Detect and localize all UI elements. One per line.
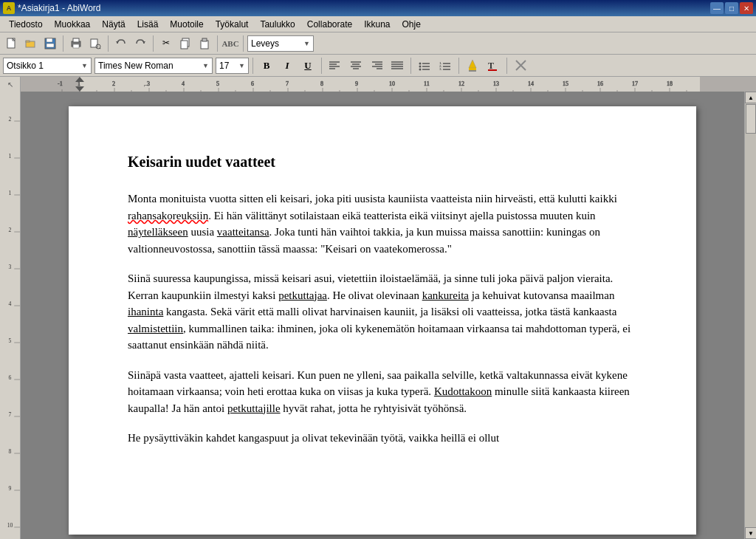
svg-text:14: 14 xyxy=(528,80,534,87)
svg-text:16: 16 xyxy=(597,80,603,87)
menu-muotoile[interactable]: Muotoile xyxy=(164,16,209,32)
document-page: Keisarin uudet vaatteet Monta monituista… xyxy=(69,106,696,535)
document-title: Keisarin uudet vaatteet xyxy=(128,151,637,173)
toolbar2: Otsikko 1 ▼ Times New Roman ▼ 17 ▼ B I U… xyxy=(0,55,756,77)
align-center-button[interactable] xyxy=(346,57,365,75)
menu-ikkuna[interactable]: Ikkuna xyxy=(358,16,396,32)
svg-text:8: 8 xyxy=(9,448,12,455)
size-selector[interactable]: 17 ▼ xyxy=(216,58,249,74)
open-button[interactable] xyxy=(22,35,40,52)
new-button[interactable] xyxy=(3,35,21,52)
cut-button[interactable]: ✂ xyxy=(157,35,175,52)
svg-text:9: 9 xyxy=(9,485,12,492)
paste-button[interactable] xyxy=(196,35,213,52)
svg-marker-13 xyxy=(142,41,145,44)
zoom-arrow: ▼ xyxy=(303,40,310,47)
svg-text:3: 3 xyxy=(9,264,12,270)
style-selector[interactable]: Otsikko 1 ▼ xyxy=(3,58,92,74)
menu-nayta[interactable]: Näytä xyxy=(96,16,131,32)
svg-rect-55 xyxy=(700,77,756,92)
scroll-thumb[interactable] xyxy=(746,104,756,134)
svg-text:1: 1 xyxy=(9,153,12,159)
scroll-up-arrow[interactable]: ▲ xyxy=(745,92,756,103)
menu-muokkaa[interactable]: Muokkaa xyxy=(49,16,97,32)
svg-text:5: 5 xyxy=(216,80,219,87)
clear-format-button[interactable] xyxy=(511,57,530,75)
save-button[interactable] xyxy=(41,35,59,52)
svg-rect-4 xyxy=(47,38,52,42)
bold-button[interactable]: B xyxy=(257,57,276,75)
underline-button[interactable]: U xyxy=(298,57,317,75)
svg-marker-12 xyxy=(116,41,119,44)
undo-button[interactable] xyxy=(112,35,130,52)
title-bar: A *Asiakirja1 - AbiWord — □ ✕ xyxy=(0,0,756,16)
menu-collaborate[interactable]: Collaborate xyxy=(301,16,358,32)
svg-text:18: 18 xyxy=(667,80,673,87)
svg-text:-1: -1 xyxy=(58,80,63,87)
align-left-button[interactable] xyxy=(326,57,345,75)
vertical-ruler: 2 1 1 2 3 4 5 6 7 8 9 10 xyxy=(0,92,21,539)
minimize-button[interactable]: — xyxy=(710,2,724,14)
paragraph-4: He pysäyttiväkin kahdet kangaspuut ja ol… xyxy=(128,430,637,447)
menu-taulukko[interactable]: Taulukko xyxy=(254,16,300,32)
toolbar1: ✂ ABC Leveys ▼ xyxy=(0,32,756,55)
svg-rect-54 xyxy=(21,77,80,92)
main-area: 2 1 1 2 3 4 5 6 7 8 9 10 xyxy=(0,92,756,539)
close-button[interactable]: ✕ xyxy=(740,2,753,14)
scroll-track[interactable] xyxy=(745,103,756,527)
print-preview-button[interactable] xyxy=(86,35,104,52)
font-label: Times New Roman xyxy=(98,61,173,71)
highlight-button[interactable] xyxy=(463,57,482,75)
separator xyxy=(63,35,63,52)
zoom-selector[interactable]: Leveys ▼ xyxy=(247,35,314,52)
font-arrow: ▼ xyxy=(202,62,209,69)
spellcheck-button[interactable]: ABC xyxy=(221,35,239,52)
document-scroll-area[interactable]: Keisarin uudet vaatteet Monta monituista… xyxy=(21,92,744,539)
menu-bar: Tiedosto Muokkaa Näytä Lisää Muotoile Ty… xyxy=(0,16,756,32)
align-right-button[interactable] xyxy=(367,57,386,75)
svg-rect-7 xyxy=(73,38,79,42)
menu-tiedosto[interactable]: Tiedosto xyxy=(3,16,49,32)
copy-button[interactable] xyxy=(176,35,194,52)
svg-text:17: 17 xyxy=(632,80,638,87)
ruler-container: ↖ 1 2 3 4 5 6 7 8 9 10 11 xyxy=(0,77,756,92)
italic-button[interactable]: I xyxy=(278,57,297,75)
paragraph-2: Siinä suuressa kaupungissa, missä keisar… xyxy=(128,270,637,354)
size-label: 17 xyxy=(219,61,229,71)
style-label: Otsikko 1 xyxy=(7,61,44,71)
paragraph-1: Monta monituista vuotta sitten eli keisa… xyxy=(128,190,637,257)
ruler-corner: ↖ xyxy=(0,77,21,92)
ordered-list-button[interactable]: 1.2.3. xyxy=(436,57,455,75)
svg-text:6: 6 xyxy=(251,80,254,87)
window-title: *Asiakirja1 - AbiWord xyxy=(18,3,101,13)
font-selector[interactable]: Times New Roman ▼ xyxy=(94,58,213,74)
sep-fmt3 xyxy=(410,58,411,74)
maximize-button[interactable]: □ xyxy=(725,2,738,14)
unordered-list-button[interactable] xyxy=(415,57,434,75)
separator2 xyxy=(108,35,109,52)
svg-text:10: 10 xyxy=(7,522,13,529)
svg-line-11 xyxy=(100,48,100,49)
svg-text:2: 2 xyxy=(112,80,115,87)
svg-rect-15 xyxy=(181,41,188,49)
svg-text:2: 2 xyxy=(9,227,12,233)
window-controls: — □ ✕ xyxy=(710,2,753,14)
svg-text:5: 5 xyxy=(9,337,12,344)
font-color-button[interactable]: T xyxy=(484,57,503,75)
svg-text:7: 7 xyxy=(286,80,289,87)
svg-text:7: 7 xyxy=(9,411,12,418)
svg-rect-50 xyxy=(488,69,497,71)
justify-button[interactable] xyxy=(388,57,407,75)
vertical-scrollbar[interactable]: ▲ ▼ xyxy=(744,92,756,539)
print-button[interactable] xyxy=(67,35,85,52)
menu-tyokalut[interactable]: Työkalut xyxy=(210,16,255,32)
paragraph-3: Siinäpä vasta vaatteet, ajatteli keisari… xyxy=(128,367,637,417)
svg-text:3.: 3. xyxy=(439,67,443,71)
app-icon: A xyxy=(3,2,15,14)
svg-rect-16 xyxy=(201,41,208,49)
svg-rect-47 xyxy=(469,68,476,70)
scroll-down-arrow[interactable]: ▼ xyxy=(745,527,756,539)
redo-button[interactable] xyxy=(131,35,149,52)
menu-ohje[interactable]: Ohje xyxy=(396,16,427,32)
menu-lisaa[interactable]: Lisää xyxy=(131,16,165,32)
